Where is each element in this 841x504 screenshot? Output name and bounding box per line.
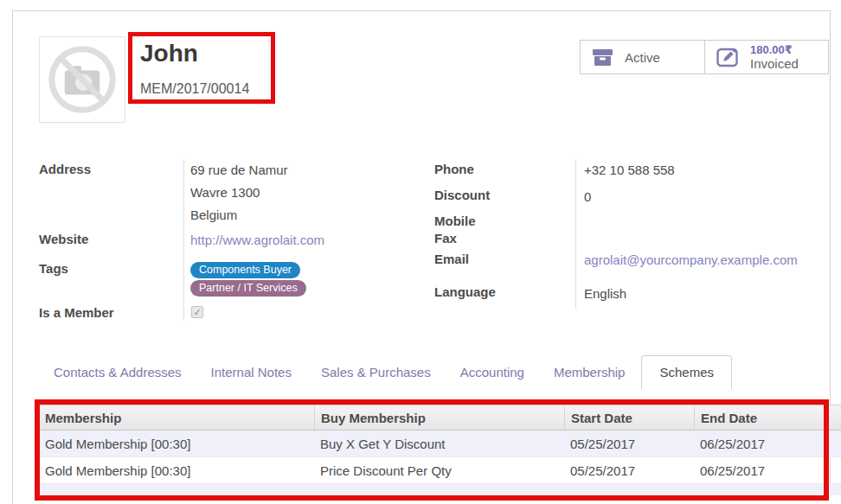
invoiced-amount: 180.00₹ <box>750 44 799 56</box>
archive-icon <box>592 48 613 67</box>
partner-form-card: John MEM/2017/00014 Active 180.00₹ Invoi… <box>12 10 831 504</box>
phone-value[interactable]: +32 10 588 558 <box>584 163 675 177</box>
mobile-label: Mobile <box>434 214 476 228</box>
schemes-table: Membership Buy Membership Start Date End… <box>39 405 841 504</box>
cell-end-date: 06/25/2017 <box>694 437 841 451</box>
stat-button-group: Active 180.00₹ Invoiced <box>580 40 829 74</box>
partner-photo[interactable] <box>39 36 125 123</box>
cell-start-date: 05/25/2017 <box>564 463 694 478</box>
cell-end-date: 06/25/2017 <box>694 463 841 478</box>
website-label: Website <box>39 232 88 246</box>
tags-label: Tags <box>39 261 68 276</box>
phone-label: Phone <box>434 162 474 176</box>
discount-label: Discount <box>434 188 490 202</box>
is-member-label: Is a Member <box>39 305 114 320</box>
schemes-table-header: Membership Buy Membership Start Date End… <box>39 405 841 431</box>
col-header-end-date[interactable]: End Date <box>694 405 841 430</box>
language-label: Language <box>434 284 496 299</box>
email-label: Email <box>434 252 469 266</box>
page-title: John <box>140 40 198 67</box>
address-city[interactable]: Wavre 1300 <box>190 185 260 200</box>
membership-reference: MEM/2017/00014 <box>140 81 249 97</box>
edit-pencil-icon <box>716 47 739 67</box>
cell-buy-membership: Price Discount Per Qty <box>314 463 564 478</box>
active-stat-label: Active <box>625 50 660 65</box>
notebook-tabs: Contacts & Addresses Internal Notes Sale… <box>39 355 732 389</box>
col-header-start-date[interactable]: Start Date <box>564 405 694 430</box>
language-value[interactable]: English <box>584 286 626 301</box>
left-group-divider <box>183 160 184 321</box>
table-row[interactable]: Gold Membership [00:30] Price Discount P… <box>39 457 841 484</box>
cell-buy-membership: Buy X Get Y Discount <box>314 437 564 451</box>
table-row[interactable]: Gold Membership [00:30] Buy X Get Y Disc… <box>39 431 841 457</box>
right-group-divider <box>575 160 576 309</box>
col-header-membership[interactable]: Membership <box>39 405 314 430</box>
tab-internal-notes[interactable]: Internal Notes <box>196 365 306 380</box>
empty-filler-row <box>39 484 841 495</box>
empty-filler-row <box>39 495 841 504</box>
tab-schemes[interactable]: Schemes <box>641 355 732 389</box>
website-link[interactable]: http://www.agrolait.com <box>190 233 324 247</box>
tab-contacts-addresses[interactable]: Contacts & Addresses <box>39 365 196 380</box>
tag-components-buyer[interactable]: Components Buyer <box>190 262 300 278</box>
discount-value[interactable]: 0 <box>584 189 591 204</box>
address-country[interactable]: Belgium <box>190 207 237 222</box>
tag-partner-it-services[interactable]: Partner / IT Services <box>190 280 306 297</box>
invoiced-stat-label: Invoiced <box>750 56 799 71</box>
cell-start-date: 05/25/2017 <box>564 437 694 451</box>
cell-membership: Gold Membership [00:30] <box>39 437 314 451</box>
address-street[interactable]: 69 rue de Namur <box>190 163 288 177</box>
tab-accounting[interactable]: Accounting <box>446 365 539 380</box>
tab-membership[interactable]: Membership <box>539 365 640 380</box>
no-camera-icon <box>44 41 120 118</box>
col-header-buy-membership[interactable]: Buy Membership <box>314 405 564 430</box>
tab-sales-purchases[interactable]: Sales & Purchases <box>306 365 446 380</box>
active-stat-button[interactable]: Active <box>581 41 704 73</box>
is-member-checkbox[interactable]: ✓ <box>191 306 203 318</box>
cell-membership: Gold Membership [00:30] <box>39 463 314 478</box>
email-link[interactable]: agrolait@yourcompany.example.com <box>584 252 798 267</box>
fax-label: Fax <box>434 231 457 246</box>
address-label: Address <box>39 162 91 176</box>
invoiced-stat-button[interactable]: 180.00₹ Invoiced <box>704 41 828 73</box>
